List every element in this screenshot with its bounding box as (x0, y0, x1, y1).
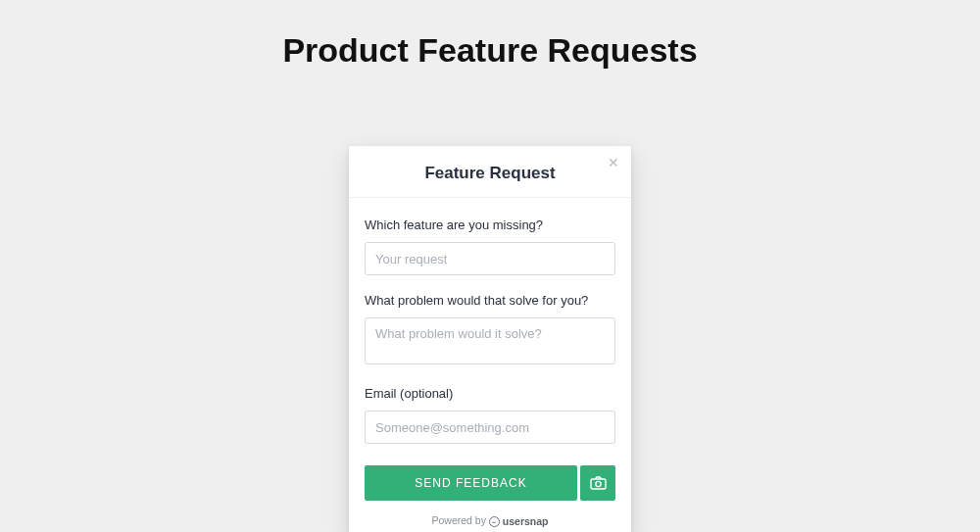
brand-name: usersnap (503, 515, 549, 527)
feature-input[interactable] (365, 242, 615, 275)
feature-field-label: Which feature are you missing? (365, 218, 615, 232)
feature-request-modal: Feature Request ✕ Which feature are you … (349, 146, 631, 532)
powered-by-text: Powered by (431, 514, 485, 526)
screenshot-button[interactable] (580, 465, 615, 501)
close-icon: ✕ (608, 155, 619, 170)
problem-field-label: What problem would that solve for you? (365, 293, 615, 308)
usersnap-logo-icon (489, 516, 500, 527)
camera-icon (590, 476, 607, 490)
modal-actions: SEND FEEDBACK (349, 465, 631, 508)
brand-link[interactable]: usersnap (489, 515, 549, 527)
modal-header: Feature Request ✕ (349, 146, 631, 198)
email-input[interactable] (365, 411, 615, 444)
svg-rect-0 (591, 479, 606, 489)
modal-body: Which feature are you missing? What prob… (349, 198, 631, 465)
send-feedback-button[interactable]: SEND FEEDBACK (365, 465, 577, 501)
close-button[interactable]: ✕ (606, 154, 621, 171)
modal-title: Feature Request (365, 164, 615, 183)
svg-point-1 (595, 481, 600, 486)
page-title: Product Feature Requests (0, 0, 980, 70)
email-field-label: Email (optional) (365, 386, 615, 401)
problem-textarea[interactable] (365, 317, 615, 364)
modal-footer: Powered by usersnap (349, 508, 631, 532)
